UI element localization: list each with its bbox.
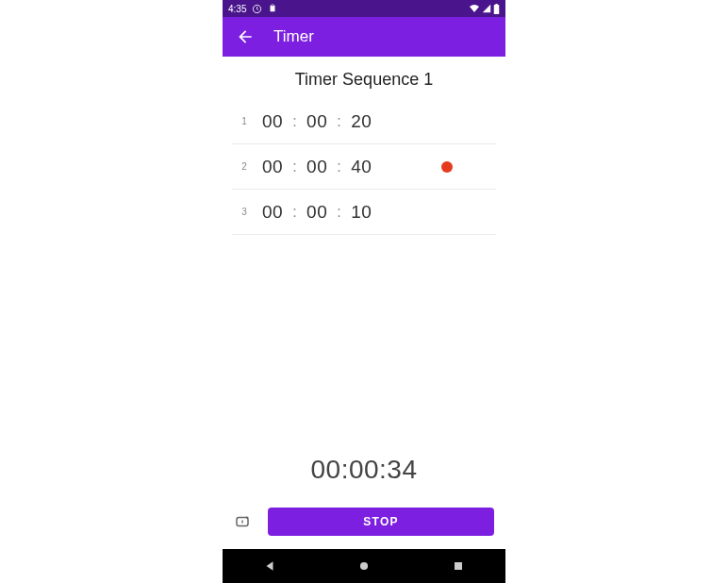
system-nav-bar xyxy=(223,549,505,583)
svg-rect-2 xyxy=(272,5,274,7)
app-bar: Timer xyxy=(223,17,505,57)
row-hh: 00 xyxy=(262,157,283,177)
status-time: 4:35 xyxy=(228,4,246,14)
timer-row[interactable]: 3 00 : 00 : 10 xyxy=(232,190,496,235)
status-left: 4:35 xyxy=(228,4,277,14)
bottom-controls: 00:00:34 STOP xyxy=(223,455,505,549)
colon: : xyxy=(290,204,299,221)
colon: : xyxy=(335,204,343,221)
stop-button[interactable]: STOP xyxy=(268,508,494,536)
row-index: 3 xyxy=(232,207,256,217)
row-ss: 20 xyxy=(351,111,372,132)
sequence-title: Timer Sequence 1 xyxy=(223,57,505,99)
nav-square-icon xyxy=(453,560,464,572)
signal-icon xyxy=(482,4,491,13)
row-ss: 10 xyxy=(351,202,372,223)
row-mm: 00 xyxy=(306,157,327,177)
row-index: 1 xyxy=(232,116,256,126)
repeat-one-icon xyxy=(234,513,251,530)
arrow-back-icon xyxy=(236,27,255,46)
status-right xyxy=(469,4,500,14)
svg-rect-4 xyxy=(495,4,497,5)
back-button[interactable] xyxy=(236,27,255,46)
svg-rect-7 xyxy=(455,562,462,570)
nav-back-icon xyxy=(263,559,276,573)
row-mm: 00 xyxy=(306,202,327,223)
row-mm: 00 xyxy=(306,111,327,132)
timer-row[interactable]: 2 00 : 00 : 40 xyxy=(232,144,496,190)
status-bar: 4:35 xyxy=(223,0,505,17)
wifi-icon xyxy=(469,4,480,13)
svg-rect-3 xyxy=(494,5,500,14)
nav-back-button[interactable] xyxy=(241,549,298,583)
row-time: 00 : 00 : 10 xyxy=(262,202,372,223)
app-bar-title: Timer xyxy=(273,27,314,46)
clipboard-icon xyxy=(268,4,277,13)
timer-list: 1 00 : 00 : 20 2 00 : 00 xyxy=(223,99,505,235)
app-indicator-icon xyxy=(252,4,262,14)
row-ss: 40 xyxy=(351,157,372,177)
nav-home-button[interactable] xyxy=(336,549,392,583)
colon: : xyxy=(290,158,299,175)
colon: : xyxy=(290,113,299,130)
loop-toggle-button[interactable] xyxy=(234,513,251,530)
row-hh: 00 xyxy=(262,111,283,132)
nav-home-icon xyxy=(357,559,371,573)
nav-recents-button[interactable] xyxy=(430,549,487,583)
colon: : xyxy=(335,113,343,130)
svg-point-6 xyxy=(360,562,368,570)
phone-frame: 4:35 xyxy=(223,0,505,583)
active-indicator-icon xyxy=(441,161,453,173)
countdown-display: 00:00:34 xyxy=(234,455,494,485)
controls-row: STOP xyxy=(234,508,494,536)
row-time: 00 : 00 : 40 xyxy=(262,157,372,177)
content-area: Timer Sequence 1 1 00 : 00 : 20 2 xyxy=(223,57,505,549)
row-hh: 00 xyxy=(262,202,283,223)
row-time: 00 : 00 : 20 xyxy=(262,111,372,132)
colon: : xyxy=(335,158,343,175)
row-index: 2 xyxy=(232,161,256,172)
battery-icon xyxy=(493,4,500,14)
timer-row[interactable]: 1 00 : 00 : 20 xyxy=(232,99,496,144)
